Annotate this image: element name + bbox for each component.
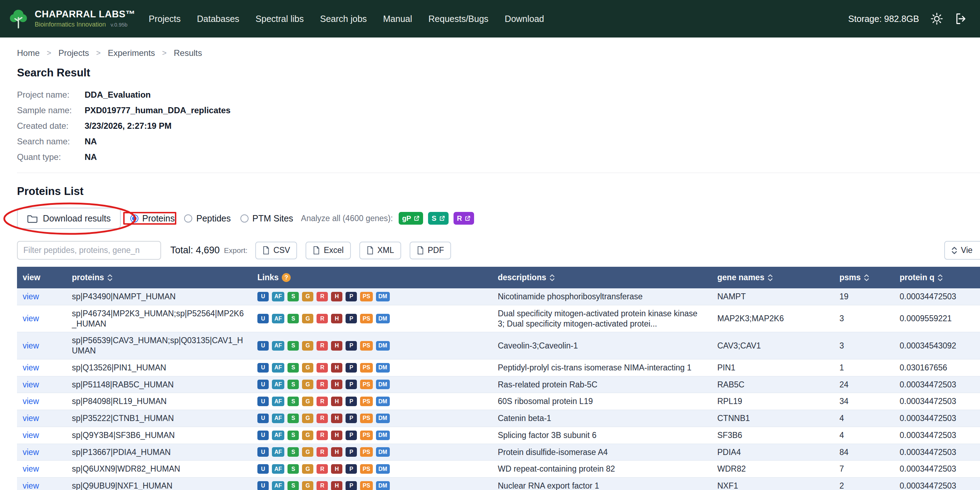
link-badge-g[interactable]: G (302, 414, 313, 423)
link-badge-s[interactable]: S (288, 363, 299, 373)
link-badge-p[interactable]: P (345, 292, 357, 301)
column-header-descriptions[interactable]: descriptions (492, 267, 712, 289)
link-badge-g[interactable]: G (302, 396, 313, 406)
link-badge-h[interactable]: H (331, 396, 342, 406)
breadcrumb-item-home[interactable]: Home (17, 48, 40, 58)
link-badge-s[interactable]: S (288, 396, 299, 406)
link-badge-s[interactable]: S (288, 431, 299, 440)
view-link[interactable]: view (23, 481, 39, 490)
nav-item-search-jobs[interactable]: Search jobs (320, 14, 367, 24)
brand-logo[interactable]: CHAPARRAL LABS™ Bioinformatics Innovatio… (7, 8, 135, 30)
link-badge-af[interactable]: AF (272, 481, 284, 490)
column-header-proteins[interactable]: proteins (66, 267, 252, 289)
link-badge-r[interactable]: R (317, 314, 328, 323)
logout-icon[interactable] (955, 13, 967, 25)
nav-item-requests-bugs[interactable]: Requests/Bugs (428, 14, 488, 24)
link-badge-u[interactable]: U (258, 481, 269, 490)
link-badge-dm[interactable]: DM (376, 341, 390, 350)
link-badge-s[interactable]: S (288, 292, 299, 301)
radio-ptm-sites[interactable]: PTM Sites (240, 213, 293, 224)
link-badge-p[interactable]: P (345, 314, 357, 323)
link-badge-s[interactable]: S (288, 314, 299, 323)
link-badge-dm[interactable]: DM (376, 464, 390, 474)
link-badge-g[interactable]: G (302, 464, 313, 474)
link-badge-af[interactable]: AF (272, 380, 284, 389)
export-xml-button[interactable]: XML (360, 242, 401, 259)
link-badge-r[interactable]: R (317, 380, 328, 389)
link-badge-p[interactable]: P (345, 396, 357, 406)
link-badge-dm[interactable]: DM (376, 314, 390, 323)
link-badge-af[interactable]: AF (272, 464, 284, 474)
link-badge-r[interactable]: R (317, 447, 328, 457)
link-badge-r[interactable]: R (317, 464, 328, 474)
link-badge-s[interactable]: S (288, 380, 299, 389)
view-link[interactable]: view (23, 431, 39, 440)
link-badge-h[interactable]: H (331, 314, 342, 323)
view-link[interactable]: view (23, 447, 39, 457)
nav-item-projects[interactable]: Projects (149, 14, 181, 24)
link-badge-p[interactable]: P (345, 380, 357, 389)
link-badge-p[interactable]: P (345, 414, 357, 423)
view-link[interactable]: view (23, 314, 39, 323)
link-badge-ps[interactable]: PS (360, 314, 372, 323)
link-badge-af[interactable]: AF (272, 447, 284, 457)
link-badge-g[interactable]: G (302, 481, 313, 490)
link-badge-u[interactable]: U (258, 380, 269, 389)
link-badge-ps[interactable]: PS (360, 447, 372, 457)
link-badge-h[interactable]: H (331, 363, 342, 373)
link-badge-ps[interactable]: PS (360, 363, 372, 373)
link-badge-u[interactable]: U (258, 431, 269, 440)
nav-item-databases[interactable]: Databases (197, 14, 239, 24)
link-badge-af[interactable]: AF (272, 341, 284, 350)
link-badge-s[interactable]: S (288, 464, 299, 474)
nav-item-manual[interactable]: Manual (383, 14, 412, 24)
column-header-links[interactable]: Links? (252, 267, 492, 289)
link-badge-g[interactable]: G (302, 431, 313, 440)
link-badge-ps[interactable]: PS (360, 431, 372, 440)
link-badge-g[interactable]: G (302, 292, 313, 301)
link-badge-dm[interactable]: DM (376, 292, 390, 301)
radio-proteins[interactable]: Proteins (130, 213, 175, 224)
export-excel-button[interactable]: Excel (305, 242, 350, 259)
breadcrumb-item-results[interactable]: Results (174, 48, 202, 58)
view-link[interactable]: view (23, 380, 39, 389)
link-badge-ps[interactable]: PS (360, 396, 372, 406)
link-badge-r[interactable]: R (317, 481, 328, 490)
link-badge-r[interactable]: R (317, 431, 328, 440)
view-link[interactable]: view (23, 396, 39, 406)
link-badge-af[interactable]: AF (272, 396, 284, 406)
link-badge-af[interactable]: AF (272, 314, 284, 323)
analyze-link-r[interactable]: R (453, 212, 474, 225)
link-badge-p[interactable]: P (345, 431, 357, 440)
link-badge-s[interactable]: S (288, 447, 299, 457)
view-link[interactable]: view (23, 292, 39, 301)
link-badge-dm[interactable]: DM (376, 481, 390, 490)
breadcrumb-item-projects[interactable]: Projects (59, 48, 89, 58)
link-badge-p[interactable]: P (345, 481, 357, 490)
link-badge-r[interactable]: R (317, 292, 328, 301)
link-badge-af[interactable]: AF (272, 414, 284, 423)
link-badge-ps[interactable]: PS (360, 464, 372, 474)
link-badge-r[interactable]: R (317, 341, 328, 350)
link-badge-dm[interactable]: DM (376, 380, 390, 389)
link-badge-r[interactable]: R (317, 396, 328, 406)
link-badge-u[interactable]: U (258, 363, 269, 373)
link-badge-g[interactable]: G (302, 341, 313, 350)
link-badge-dm[interactable]: DM (376, 363, 390, 373)
link-badge-r[interactable]: R (317, 414, 328, 423)
analyze-link-gp[interactable]: gP (399, 212, 423, 225)
link-badge-u[interactable]: U (258, 292, 269, 301)
theme-toggle-sun-icon[interactable] (931, 13, 943, 25)
link-badge-u[interactable]: U (258, 314, 269, 323)
link-badge-p[interactable]: P (345, 447, 357, 457)
link-badge-dm[interactable]: DM (376, 431, 390, 440)
link-badge-ps[interactable]: PS (360, 481, 372, 490)
view-link[interactable]: view (23, 414, 39, 423)
link-badge-ps[interactable]: PS (360, 380, 372, 389)
column-header-psms[interactable]: psms (834, 267, 894, 289)
link-badge-ps[interactable]: PS (360, 414, 372, 423)
link-badge-af[interactable]: AF (272, 431, 284, 440)
link-badge-dm[interactable]: DM (376, 447, 390, 457)
view-link[interactable]: view (23, 363, 39, 372)
link-badge-af[interactable]: AF (272, 363, 284, 373)
